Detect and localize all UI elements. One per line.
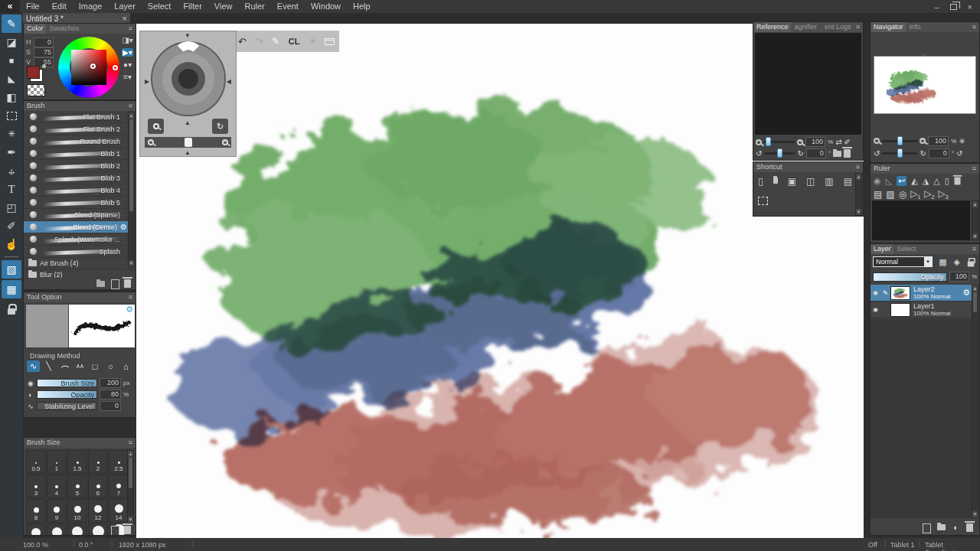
duplicate-brush-icon[interactable] — [111, 279, 118, 288]
sv-marker[interactable] — [90, 64, 96, 69]
status-tablet-name[interactable]: Tablet 1 — [890, 541, 915, 549]
ruler-mask3-icon[interactable]: △ — [933, 176, 939, 186]
size-cell[interactable]: 1.5 — [67, 450, 87, 474]
brush-settings-gear-icon[interactable]: ⚙ — [126, 305, 133, 315]
layer-scrollbar[interactable]: ▲ ▼ — [972, 285, 978, 518]
stabilizing-slider[interactable]: Stabilizing Level — [37, 402, 97, 410]
add-folder-icon[interactable] — [96, 281, 105, 287]
zoom-slider-handle[interactable] — [185, 138, 192, 147]
tab-close-icon[interactable]: × — [122, 14, 127, 23]
layer-settings-gear-icon[interactable]: ⚙ — [962, 288, 970, 298]
size-cell[interactable]: 6 — [88, 474, 108, 498]
size-cell[interactable]: 0.5 — [26, 450, 46, 474]
tool-magic-wand[interactable]: ✳ — [2, 125, 21, 143]
zoom-in-icon[interactable] — [920, 138, 926, 144]
menu-filter[interactable]: Filter — [177, 0, 207, 13]
tab-event-logs[interactable]: ent Logs — [821, 22, 855, 32]
rotate-cw-icon[interactable]: ↻ — [797, 149, 803, 158]
menu-help[interactable]: Help — [347, 0, 377, 13]
tool-eyedropper[interactable]: ✐ — [2, 217, 21, 235]
brush-row[interactable]: Blob 5 — [24, 197, 128, 209]
tool-gradient[interactable]: ◧ — [2, 88, 21, 106]
size-cell[interactable]: 1 — [47, 450, 67, 474]
eyedropper-icon[interactable]: ✐ — [844, 138, 851, 146]
close-button[interactable]: × — [968, 2, 972, 11]
zoom-track[interactable] — [764, 141, 795, 143]
widget-expand-icon[interactable]: ▲ — [185, 150, 191, 156]
zoom-handle[interactable] — [897, 136, 903, 145]
tab-navigator[interactable]: Navigator — [871, 22, 906, 32]
pan-down-icon[interactable]: ▲ — [185, 120, 191, 126]
reference-layer-icon[interactable]: ◈ — [954, 257, 960, 267]
new-layer-icon[interactable] — [923, 523, 929, 532]
scroll-up-icon[interactable]: ▲ — [972, 285, 978, 292]
size-cell[interactable]: 7 — [109, 474, 129, 498]
scroll-up-icon[interactable]: ▲ — [972, 201, 978, 207]
reset-rotation-icon[interactable]: ↺ — [956, 149, 962, 158]
undo-icon[interactable]: ↶ — [238, 36, 247, 47]
tool-snap-parallel[interactable]: ▦ — [2, 280, 21, 298]
method-curve[interactable]: ) — [57, 360, 70, 372]
zoom-in-icon[interactable] — [222, 139, 228, 145]
swap-color-button[interactable] — [42, 64, 46, 68]
method-ellipse[interactable]: ○ — [104, 360, 117, 372]
cross-ruler-icon[interactable]: ▨ — [886, 189, 894, 200]
tool-fill-rect[interactable]: ■ — [2, 51, 21, 70]
zoom-handle[interactable] — [766, 137, 771, 146]
brush-row[interactable]: Flat Brush 1 — [24, 111, 128, 123]
zoom-track[interactable] — [882, 140, 917, 142]
method-rectangle[interactable]: □ — [89, 360, 102, 372]
visibility-eye-icon[interactable]: ◉ — [871, 306, 880, 313]
scroll-up-icon[interactable]: ▲ — [128, 451, 133, 457]
menu-window[interactable]: Window — [305, 0, 347, 13]
scroll-up-icon[interactable]: ▲ — [856, 174, 861, 180]
panel-menu-icon[interactable]: ≡ — [972, 164, 976, 174]
panel-menu-icon[interactable]: ≡ — [129, 101, 132, 111]
delete-layer-icon[interactable] — [966, 523, 973, 532]
brush-row[interactable]: Flat Brush 2 — [24, 123, 128, 135]
tab-select[interactable]: Select — [893, 244, 920, 254]
tool-brush[interactable]: ✎ — [2, 15, 21, 33]
menu-select[interactable]: Select — [142, 0, 178, 13]
menu-image[interactable]: Image — [73, 0, 109, 13]
scroll-down-icon[interactable]: ▼ — [128, 517, 133, 523]
perspective1-ruler-icon[interactable]: ▷1 — [910, 188, 920, 200]
method-freehand[interactable]: ∿ — [27, 360, 40, 372]
panel-menu-icon[interactable]: ≡ — [856, 162, 860, 172]
size-cell[interactable]: 5 — [67, 474, 87, 498]
rotate-ccw-icon[interactable]: ↺ — [756, 149, 762, 158]
menu-layer[interactable]: Layer — [108, 0, 142, 13]
panel-menu-icon[interactable]: ≡ — [972, 244, 976, 254]
visibility-eye-icon[interactable]: ◉ — [871, 289, 880, 296]
menu-event[interactable]: Event — [271, 0, 305, 13]
panel-menu-icon[interactable]: ≡ — [972, 22, 976, 32]
foreground-color-swatch[interactable] — [27, 66, 40, 79]
document-tab[interactable]: Untitled 3 * × — [23, 13, 130, 24]
size-cell[interactable]: 25 — [88, 523, 108, 536]
opacity-value[interactable]: 80 — [100, 390, 121, 399]
shortcut-scrollbar[interactable]: ▲ ▼ — [855, 173, 862, 216]
reset-rotation-button[interactable]: ↻ — [212, 119, 228, 134]
play-mode-icon[interactable]: ▶▾ — [122, 48, 133, 57]
flip-icon[interactable]: ⇄ — [835, 138, 841, 146]
parallel-ruler-icon[interactable]: ▤ — [874, 189, 882, 200]
reference-zoom-value[interactable]: 100 — [805, 137, 825, 147]
tool-select[interactable] — [2, 106, 21, 125]
method-line[interactable]: ╲ — [42, 360, 55, 372]
grid-icon[interactable]: ✳ — [309, 36, 316, 47]
stabilizing-value[interactable]: 0 — [100, 401, 121, 411]
size-cell[interactable]: 18 — [47, 523, 67, 536]
rotation-dial[interactable] — [151, 41, 226, 116]
panel-menu-icon[interactable]: ≡ — [856, 22, 860, 32]
menu-view[interactable]: View — [208, 0, 239, 13]
copy-icon[interactable]: ▥ — [825, 176, 833, 187]
menu-edit[interactable]: Edit — [46, 0, 73, 13]
navigator-angle-value[interactable]: 0 — [929, 148, 949, 158]
panel-menu-icon[interactable]: ≡ — [129, 438, 132, 448]
ruler-mask1-icon[interactable]: ◭ — [911, 176, 917, 186]
brush-row[interactable]: Splash — [24, 246, 128, 258]
brush-list-scrollbar[interactable]: ▲ ▼ — [128, 112, 135, 267]
paste-icon[interactable]: ▤ — [844, 176, 852, 187]
open-file-icon[interactable] — [773, 178, 778, 184]
tab-reference[interactable]: Reference — [754, 22, 791, 32]
